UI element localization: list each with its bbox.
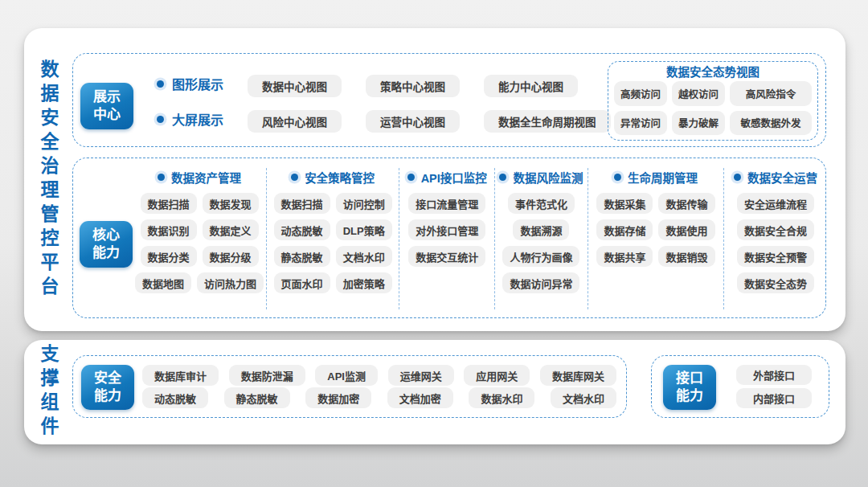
- security-pill-row: 动态脱敏静态脱敏数据加密文档加密数据水印文档水印: [142, 387, 616, 408]
- capability-pill: 数据地图: [135, 272, 191, 293]
- core-pill-row: 数据溯源: [513, 219, 569, 240]
- interface-pill: 内部接口: [736, 388, 812, 408]
- display-center-badge: 展示中心: [80, 83, 133, 129]
- core-column-header-label: 数据风险监测: [513, 169, 583, 186]
- capability-pill: DLP策略: [336, 219, 392, 240]
- core-pill-row: 数据访问异常: [502, 272, 579, 293]
- core-pill-row: 对外接口管理: [408, 219, 485, 240]
- situation-pill: 暴力破解: [672, 111, 725, 136]
- core-column: 安全策略管控数据扫描访问控制动态脱敏DLP策略静态脱敏文档水印页面水印加密策略: [267, 168, 399, 309]
- interface-pill: 外部接口: [736, 365, 812, 385]
- core-pill-row: 页面水印加密策略: [274, 272, 392, 293]
- security-pill: 文档水印: [551, 387, 616, 408]
- core-pill-row: 人物行为画像: [502, 246, 579, 267]
- core-pill-row: 数据识别数据定义: [141, 219, 259, 240]
- security-capability-badge: 安全能力: [81, 365, 134, 410]
- core-column-header: 数据资产管理: [158, 168, 241, 186]
- view-button: 风险中心视图: [248, 110, 342, 133]
- core-pill-row: 事件范式化: [508, 193, 575, 214]
- views-row-2: 风险中心视图运营中心视图数据全生命周期视图: [248, 110, 611, 133]
- core-column: 数据安全运营安全运维流程数据安全合规数据安全预警数据安全态势: [724, 168, 827, 309]
- core-pill-row: 数据安全态势: [737, 272, 814, 293]
- view-button: 能力中心视图: [484, 75, 578, 97]
- situation-pill: 异常访问: [614, 111, 667, 136]
- situation-pill: 敏感数据外发: [730, 111, 812, 136]
- display-bullet-label: 图形展示: [172, 74, 223, 93]
- security-pill: 数据防泄漏: [229, 365, 305, 386]
- capability-pill: 数据使用: [658, 219, 714, 240]
- core-column: 生命周期管理数据采集数据传输数据存储数据使用数据共享数据销毁: [588, 168, 724, 309]
- interface-pill-list: 外部接口内部接口: [729, 365, 819, 408]
- view-button: 策略中心视图: [366, 75, 460, 97]
- core-column-header: 生命周期管理: [614, 168, 698, 186]
- core-column-header-label: 数据资产管理: [171, 169, 241, 186]
- capability-pill: 接口流量管理: [408, 193, 485, 214]
- display-center-panel: 展示中心 图形展示大屏展示 数据中心视图策略中心视图能力中心视图 风险中心视图运…: [72, 53, 826, 147]
- core-pill-row: 数据扫描数据发现: [141, 193, 259, 214]
- capability-pill: 数据识别: [141, 219, 197, 240]
- capability-pill: 数据扫描: [274, 193, 330, 214]
- core-column-header-bullet-icon: [291, 174, 298, 181]
- core-pill-row: 数据共享数据销毁: [596, 246, 714, 267]
- capability-pill: 数据存储: [596, 219, 653, 240]
- situation-pill: 高频访问: [614, 81, 667, 106]
- capability-pill: 数据采集: [596, 193, 653, 214]
- core-column: 数据资产管理数据扫描数据发现数据识别数据定义数据分类数据分级数据地图访问热力图: [133, 168, 267, 309]
- view-button: 数据全生命周期视图: [484, 110, 611, 133]
- display-bullet-list: 图形展示大屏展示: [157, 75, 223, 128]
- capability-pill: 数据发现: [203, 193, 259, 214]
- view-button: 运营中心视图: [366, 110, 460, 133]
- core-pill-row: 数据安全预警: [737, 246, 814, 267]
- security-pill: API监测: [315, 365, 378, 386]
- capability-pill: 静态脱敏: [274, 246, 330, 267]
- security-pill: 运维网关: [388, 365, 454, 386]
- capability-pill: 数据分级: [203, 246, 259, 267]
- capability-pill: 数据共享: [596, 246, 653, 267]
- core-capability-panel: 核心能力 数据资产管理数据扫描数据发现数据识别数据定义数据分类数据分级数据地图访…: [72, 158, 826, 318]
- security-pill-rows: 数据库审计数据防泄漏API监测运维网关应用网关数据库网关动态脱敏静态脱敏数据加密…: [142, 365, 616, 408]
- core-column-header-bullet-icon: [407, 174, 415, 181]
- capability-pill: 加密策略: [336, 272, 392, 293]
- capability-pill: 人物行为画像: [502, 246, 579, 267]
- capability-pill: 安全运维流程: [737, 193, 814, 214]
- capability-pill: 对外接口管理: [408, 219, 485, 240]
- display-bullet: 图形展示: [157, 75, 223, 92]
- security-capability-panel: 安全能力 数据库审计数据防泄漏API监测运维网关应用网关数据库网关动态脱敏静态脱…: [72, 355, 627, 418]
- core-column-header-bullet-icon: [499, 174, 506, 181]
- security-pill: 动态脱敏: [142, 387, 208, 408]
- capability-pill: 数据销毁: [658, 246, 714, 267]
- display-bullet-bullet-icon: [157, 116, 164, 123]
- capability-pill: 访问热力图: [197, 272, 264, 293]
- core-pill-row: 数据存储数据使用: [596, 219, 714, 240]
- core-column: API接口监控接口流量管理对外接口管理数据交互统计: [399, 168, 495, 309]
- capability-pill: 数据定义: [203, 219, 259, 240]
- core-capability-badge: 核心能力: [80, 221, 133, 268]
- capability-pill: 页面水印: [274, 272, 330, 293]
- core-pill-row: 数据地图访问热力图: [135, 272, 264, 293]
- platform-title: 数据安全治理管控平台: [31, 28, 66, 331]
- security-pill: 数据水印: [469, 387, 534, 408]
- interface-capability-panel: 接口能力 外部接口内部接口: [651, 355, 829, 418]
- core-column: 数据风险监测事件范式化数据溯源人物行为画像数据访问异常: [495, 168, 588, 309]
- core-pill-row: 数据扫描访问控制: [274, 193, 392, 214]
- security-pill: 数据库审计: [142, 365, 219, 386]
- support-title: 支撑组件: [31, 340, 66, 444]
- core-column-header-bullet-icon: [158, 174, 165, 181]
- core-column-header-label: 数据安全运营: [747, 169, 817, 186]
- capability-pill: 数据访问异常: [502, 272, 579, 293]
- capability-pill: 事件范式化: [508, 193, 575, 214]
- core-pill-row: 静态脱敏文档水印: [274, 246, 392, 267]
- capability-pill: 数据溯源: [513, 219, 569, 240]
- core-pill-row: 安全运维流程: [737, 193, 814, 214]
- security-pill: 应用网关: [464, 365, 530, 386]
- core-column-header: 数据风险监测: [499, 168, 583, 186]
- core-column-header: 数据安全运营: [734, 168, 817, 186]
- capability-pill: 数据扫描: [141, 193, 197, 214]
- capability-pill: 数据传输: [658, 193, 714, 214]
- core-column-header-bullet-icon: [614, 174, 621, 181]
- core-columns: 数据资产管理数据扫描数据发现数据识别数据定义数据分类数据分级数据地图访问热力图安…: [133, 168, 821, 309]
- core-column-header-label: 生命周期管理: [628, 169, 698, 186]
- situation-pill: 高风险指令: [730, 81, 812, 106]
- capability-pill: 动态脱敏: [274, 219, 330, 240]
- situation-pill-grid: 高频访问越权访问高风险指令异常访问暴力破解敏感数据外发: [614, 81, 812, 135]
